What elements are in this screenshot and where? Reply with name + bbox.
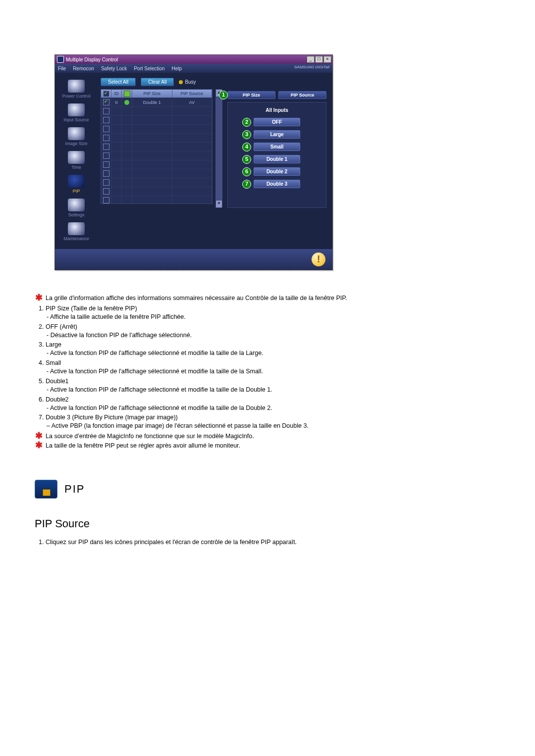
grid-header-id[interactable]: ID bbox=[111, 90, 122, 98]
list-item: Double1 - Active la fonction PIP de l'af… bbox=[46, 377, 500, 394]
section-title: PIP bbox=[64, 482, 85, 497]
note-text: La source d'entrée de MagicInfo ne fonct… bbox=[46, 432, 254, 441]
grid-row[interactable] bbox=[101, 106, 212, 115]
option-small[interactable]: 4 Small bbox=[254, 143, 300, 151]
row-checkbox[interactable] bbox=[103, 117, 109, 123]
alert-icon: ! bbox=[312, 252, 325, 266]
sidebar-item-maintenance[interactable]: Maintenance bbox=[55, 222, 98, 241]
scroll-down-button[interactable]: ▼ bbox=[215, 200, 222, 208]
row-checkbox[interactable] bbox=[103, 188, 109, 195]
pip-section-icon bbox=[35, 480, 57, 499]
sidebar-item-label: Time bbox=[71, 165, 81, 170]
clear-all-button[interactable]: Clear All bbox=[141, 78, 174, 86]
pip-source-tab[interactable]: PIP Source bbox=[278, 91, 326, 99]
main-area: Select All Clear All Busy ID PI bbox=[98, 73, 332, 246]
brand-label: SAMSUNG DIGITall bbox=[294, 65, 329, 69]
option-label: OFF bbox=[272, 119, 282, 125]
callout-2: 2 bbox=[242, 118, 251, 127]
row-checkbox[interactable] bbox=[103, 161, 109, 168]
row-checkbox[interactable] bbox=[103, 99, 109, 105]
sidebar-item-input-source[interactable]: Input Source bbox=[55, 103, 98, 122]
option-double2[interactable]: 6 Double 2 bbox=[254, 167, 300, 176]
sidebar-item-label: Power Control bbox=[62, 94, 90, 99]
option-double1[interactable]: 5 Double 1 bbox=[254, 155, 300, 163]
option-double3[interactable]: 7 Double 3 bbox=[254, 180, 300, 188]
sidebar-item-label: Input Source bbox=[63, 117, 89, 122]
grid-header-pip-size[interactable]: PIP Size bbox=[132, 90, 172, 98]
busy-label: Busy bbox=[185, 79, 196, 85]
window-title: Multiple Display Control bbox=[66, 57, 118, 62]
callout-6: 6 bbox=[242, 167, 251, 176]
busy-dot-icon bbox=[179, 80, 183, 84]
menu-safety-lock[interactable]: Safety Lock bbox=[101, 66, 127, 71]
list-item-body: - Affiche la taille actuelle de la fenêt… bbox=[47, 313, 500, 321]
menubar: File Remocon Safety Lock Port Selection … bbox=[55, 64, 332, 73]
grid-row[interactable] bbox=[101, 115, 212, 124]
option-large[interactable]: 3 Large bbox=[254, 130, 300, 139]
scroll-track[interactable] bbox=[215, 97, 222, 200]
display-grid: ID PIP Size PIP Source 0 Double 1 bbox=[101, 89, 213, 204]
row-checkbox[interactable] bbox=[103, 152, 109, 159]
grid-header-row: ID PIP Size PIP Source bbox=[101, 90, 212, 98]
grid-row[interactable] bbox=[101, 133, 212, 142]
grid-row[interactable] bbox=[101, 196, 212, 203]
grid-row[interactable] bbox=[101, 187, 212, 196]
close-button[interactable]: × bbox=[323, 56, 331, 63]
callout-7: 7 bbox=[242, 180, 251, 189]
grid-row[interactable]: 0 Double 1 AV bbox=[101, 98, 212, 106]
grid-header-pip-source[interactable]: PIP Source bbox=[172, 90, 213, 98]
settings-icon bbox=[68, 199, 85, 211]
input-source-icon bbox=[68, 103, 85, 116]
sidebar-item-label: PIP bbox=[73, 189, 80, 194]
grid-row[interactable] bbox=[101, 160, 212, 169]
grid-row[interactable] bbox=[101, 151, 212, 160]
row-checkbox[interactable] bbox=[103, 126, 109, 132]
grid-header-status[interactable] bbox=[122, 90, 132, 98]
sidebar-item-pip[interactable]: PIP bbox=[55, 175, 98, 194]
pip-size-tab-label: PIP Size bbox=[243, 93, 260, 98]
row-checkbox[interactable] bbox=[103, 170, 109, 177]
maximize-button[interactable]: □ bbox=[315, 56, 323, 63]
row-checkbox[interactable] bbox=[103, 135, 109, 141]
menu-file[interactable]: File bbox=[58, 66, 66, 71]
menu-remocon[interactable]: Remocon bbox=[73, 66, 94, 71]
list-item-head: PIP Size (Taille de la fenêtre PIP) bbox=[46, 305, 137, 312]
row-checkbox[interactable] bbox=[103, 108, 109, 114]
sidebar-item-time[interactable]: Time bbox=[55, 151, 98, 170]
sidebar-item-settings[interactable]: Settings bbox=[55, 199, 98, 217]
image-size-icon bbox=[68, 127, 85, 140]
titlebar: Multiple Display Control _ □ × bbox=[55, 55, 332, 64]
row-pip-size: Double 1 bbox=[132, 98, 172, 106]
row-checkbox[interactable] bbox=[103, 197, 109, 203]
list-item-head: Double1 bbox=[46, 378, 69, 385]
list-item: Small - Active la fonction PIP de l'affi… bbox=[46, 359, 500, 376]
grid-header-check[interactable] bbox=[101, 90, 111, 98]
app-window: Multiple Display Control _ □ × File Remo… bbox=[54, 54, 333, 270]
select-all-button[interactable]: Select All bbox=[101, 78, 136, 86]
menu-port-selection[interactable]: Port Selection bbox=[134, 66, 164, 71]
row-checkbox[interactable] bbox=[103, 144, 109, 150]
list-item-head: Large bbox=[46, 341, 61, 348]
status-dot-icon bbox=[124, 100, 129, 105]
option-off[interactable]: 2 OFF bbox=[254, 118, 300, 126]
option-label: Small bbox=[270, 144, 284, 150]
grid-row[interactable] bbox=[101, 178, 212, 187]
control-panel: 1 PIP Size PIP Source All Inputs 2 O bbox=[225, 89, 328, 208]
grid-scrollbar[interactable]: ▲ ▼ bbox=[215, 89, 222, 208]
grid-row[interactable] bbox=[101, 142, 212, 151]
star-icon: ✱ bbox=[35, 432, 43, 439]
time-icon bbox=[68, 151, 85, 164]
option-label: Double 1 bbox=[267, 156, 287, 162]
callout-1: 1 bbox=[219, 91, 228, 100]
grid-row[interactable] bbox=[101, 169, 212, 178]
sidebar-item-image-size[interactable]: Image Size bbox=[55, 127, 98, 146]
minimize-button[interactable]: _ bbox=[307, 56, 315, 63]
sidebar-item-power-control[interactable]: Power Control bbox=[55, 80, 98, 99]
grid-row[interactable] bbox=[101, 124, 212, 133]
pip-size-tab[interactable]: 1 PIP Size bbox=[227, 91, 275, 99]
list-item-head: Double2 bbox=[46, 396, 69, 403]
row-checkbox[interactable] bbox=[103, 179, 109, 186]
list-item-body: - Active la fonction PIP de l'affichage … bbox=[47, 386, 500, 394]
star-icon: ✱ bbox=[35, 294, 43, 301]
menu-help[interactable]: Help bbox=[171, 66, 182, 71]
